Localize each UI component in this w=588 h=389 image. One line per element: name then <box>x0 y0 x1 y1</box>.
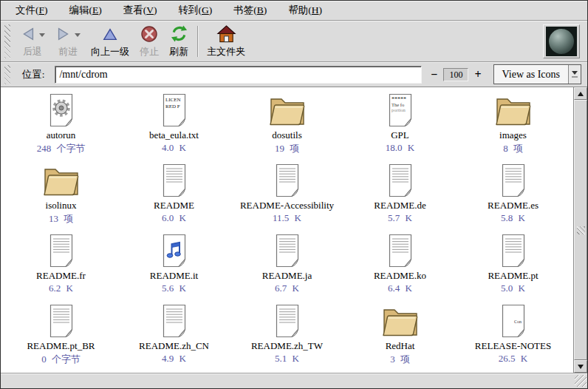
menu-go[interactable]: 转到(G) <box>168 1 224 20</box>
location-input[interactable] <box>55 66 422 84</box>
zoom-in-button[interactable]: + <box>473 69 482 81</box>
file-item-RedHat[interactable]: RedHat 3 项 <box>343 303 457 373</box>
file-size: 26.5 K <box>499 353 527 365</box>
file-name: README.pt_BR <box>27 340 95 352</box>
view-mode-select[interactable]: View as Icons <box>493 64 581 84</box>
file-size: 4.0 K <box>162 142 186 154</box>
file-item-dosutils[interactable]: dosutils 19 项 <box>230 92 343 163</box>
file-item-isolinux[interactable]: isolinux 13 项 <box>4 163 117 233</box>
zoom-out-button[interactable]: − <box>429 69 439 81</box>
file-size: 5.8 K <box>501 212 525 224</box>
file-size: 6.4 K <box>388 283 412 294</box>
file-name: RELEASE-NOTES <box>475 340 551 352</box>
file-icon <box>41 92 82 128</box>
location-label: 位置: <box>18 68 51 81</box>
zoom-level[interactable]: 100 <box>443 68 468 81</box>
refresh-button[interactable]: 刷新 <box>164 23 194 60</box>
menu-bookmarks[interactable]: 书签(B) <box>223 1 278 20</box>
file-icon <box>380 163 421 198</box>
file-item-README.fr[interactable]: README.fr 6.2 K <box>4 233 117 303</box>
file-icon <box>154 303 195 339</box>
menu-help[interactable]: 帮助(H) <box>278 1 333 20</box>
file-size: 0 个字节 <box>41 353 81 366</box>
toolbar-separator <box>197 26 198 57</box>
file-item-README.it[interactable]: README.it 5.6 K <box>117 233 230 303</box>
file-size: 5.1 K <box>275 353 299 365</box>
scrollbar-thumb[interactable] <box>574 100 587 360</box>
file-item-README-Accessibility[interactable]: README-Accessibility 11.5 K <box>230 163 343 233</box>
file-name: README.ja <box>262 270 312 282</box>
file-icon <box>41 233 82 268</box>
file-item-README.zh_TW[interactable]: README.zh_TW 5.1 K <box>230 303 343 373</box>
menu-view[interactable]: 查看(V) <box>113 1 168 20</box>
stop-button[interactable]: 停止 <box>134 23 164 60</box>
up-button[interactable]: 向上一级 <box>86 23 134 60</box>
file-icon <box>380 92 421 128</box>
menu-label-part: ) <box>98 4 102 16</box>
file-name: README.zh_TW <box>251 340 323 352</box>
file-name: isolinux <box>46 200 77 212</box>
vertical-scrollbar[interactable] <box>573 87 587 373</box>
back-button[interactable]: 后退 <box>15 23 50 60</box>
throbber[interactable] <box>546 27 577 56</box>
menu-mnemonic: B <box>257 4 264 16</box>
file-grid: autorun 248 个字节 beta_eula.txt 4.0 K dosu… <box>1 87 573 373</box>
file-name: README.ko <box>374 270 426 282</box>
file-name: README.zh_CN <box>139 340 209 352</box>
file-item-README.zh_CN[interactable]: README.zh_CN 4.9 K <box>117 303 230 373</box>
file-item-autorun[interactable]: autorun 248 个字节 <box>4 92 117 163</box>
file-item-GPL[interactable]: GPL 18.0 K <box>343 92 457 163</box>
scrollbar-grip-icon <box>577 226 585 234</box>
back-history-chevron-icon[interactable] <box>39 33 45 37</box>
forward-history-chevron-icon[interactable] <box>75 33 81 37</box>
menu-label-part: ) <box>209 4 213 16</box>
back-label: 后退 <box>23 45 42 58</box>
scroll-down-button[interactable] <box>574 360 587 373</box>
view-mode-arrow-button[interactable] <box>568 65 581 84</box>
throbber-sphere-icon <box>549 29 574 54</box>
file-size: 3 项 <box>390 353 410 366</box>
file-item-README.pt_BR[interactable]: README.pt_BR 0 个字节 <box>4 303 117 373</box>
view-mode-label: View as Icons <box>494 65 568 84</box>
menu-bar: 文件(F) 编辑(E) 查看(V) 转到(G) 书签(B) 帮助(H) <box>1 1 587 21</box>
file-name: README.de <box>374 200 425 212</box>
file-icon <box>154 163 195 198</box>
menu-label-part: ) <box>44 4 48 16</box>
menu-mnemonic: G <box>202 4 209 16</box>
home-button[interactable]: 主文件夹 <box>202 23 250 60</box>
menu-label-part: ) <box>319 4 323 16</box>
zoom-controls: − 100 + <box>429 68 482 81</box>
stop-icon <box>140 25 158 43</box>
menu-file[interactable]: 文件(F) <box>5 1 59 20</box>
file-item-beta_eula.txt[interactable]: beta_eula.txt 4.0 K <box>117 92 230 163</box>
file-item-images[interactable]: images 8 项 <box>457 92 570 163</box>
resize-grip[interactable] <box>575 375 587 387</box>
scroll-up-button[interactable] <box>574 87 587 100</box>
home-icon <box>216 24 236 43</box>
file-size: 18.0 K <box>386 142 414 154</box>
file-size: 5.6 K <box>162 283 186 294</box>
file-item-README.pt[interactable]: README.pt 5.0 K <box>457 233 570 303</box>
menu-label-part: 转到( <box>179 4 202 16</box>
file-name: GPL <box>391 129 409 141</box>
file-item-README.ko[interactable]: README.ko 6.4 K <box>343 233 457 303</box>
file-name: RedHat <box>386 340 415 352</box>
refresh-label: 刷新 <box>169 45 188 58</box>
menu-mnemonic: H <box>312 4 319 16</box>
file-manager-window: 文件(F) 编辑(E) 查看(V) 转到(G) 书签(B) 帮助(H) 后退 <box>0 0 588 389</box>
file-icon <box>493 233 534 268</box>
up-icon <box>102 26 118 42</box>
file-item-README.ja[interactable]: README.ja 6.7 K <box>230 233 343 303</box>
status-bar <box>1 373 587 388</box>
file-item-README.es[interactable]: README.es 5.8 K <box>457 163 570 233</box>
location-drag-handle[interactable] <box>4 65 10 84</box>
file-item-README[interactable]: README 6.0 K <box>117 163 230 233</box>
file-icon <box>267 303 308 339</box>
toolbar-drag-handle[interactable] <box>4 24 10 58</box>
forward-button[interactable]: 前进 <box>50 23 86 60</box>
file-item-RELEASE-NOTES[interactable]: RELEASE-NOTES 26.5 K <box>457 303 570 373</box>
file-size: 6.7 K <box>275 283 299 294</box>
menu-edit[interactable]: 编辑(E) <box>59 1 113 20</box>
stop-label: 停止 <box>140 45 159 58</box>
file-item-README.de[interactable]: README.de 5.7 K <box>343 163 457 233</box>
